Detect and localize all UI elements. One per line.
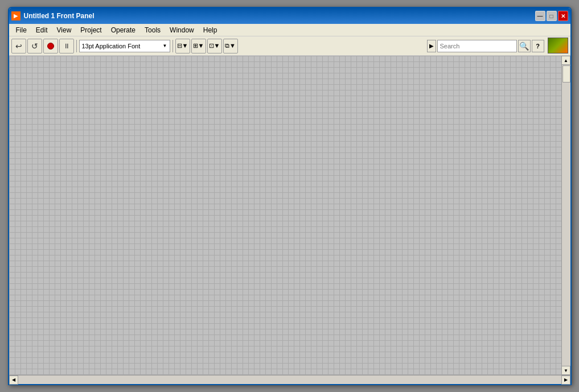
scroll-thumb-right[interactable] — [562, 65, 570, 82]
search-icon-button[interactable]: 🔍 — [518, 40, 531, 52]
search-input[interactable] — [440, 43, 514, 49]
resize-button[interactable]: ⊡▼ — [207, 39, 222, 53]
search-area: ▶ 🔍 ? — [427, 40, 544, 52]
toolbar: ↩ ↺ ⏸ 13pt Application Font ▼ ⊟▼ ⊞▼ ⊡▼ ⧉… — [9, 36, 570, 56]
menu-edit[interactable]: Edit — [31, 25, 52, 35]
title-bar-buttons: — □ ✕ — [535, 11, 568, 21]
font-dropdown-arrow: ▼ — [163, 43, 167, 48]
stop-button[interactable] — [43, 39, 58, 53]
scroll-down-button[interactable]: ▼ — [561, 366, 570, 375]
font-label: 13pt Application Font — [82, 43, 141, 49]
align-icon: ⊟▼ — [177, 42, 188, 49]
menu-project[interactable]: Project — [76, 25, 106, 35]
search-prev-button[interactable]: ▶ — [427, 40, 436, 52]
menu-file[interactable]: File — [11, 25, 31, 35]
window-icon: ▶ — [11, 11, 20, 20]
separator-1 — [76, 40, 77, 52]
window-title: Untitled 1 Front Panel — [24, 12, 95, 20]
run-button[interactable]: ↩ — [11, 39, 26, 53]
canvas-area[interactable] — [9, 56, 561, 375]
stop-icon — [47, 43, 54, 49]
reorder-button[interactable]: ⧉▼ — [223, 39, 238, 53]
menu-view[interactable]: View — [52, 25, 76, 35]
scroll-left-button[interactable]: ◀ — [9, 376, 18, 385]
search-box[interactable] — [437, 40, 517, 52]
canvas-grid — [9, 56, 561, 375]
close-button[interactable]: ✕ — [558, 11, 568, 21]
title-bar-left: ▶ Untitled 1 Front Panel — [11, 11, 95, 20]
reorder-icon: ⧉▼ — [225, 42, 236, 49]
menu-tools[interactable]: Tools — [140, 25, 165, 35]
separator-2 — [173, 40, 173, 52]
distribute-button[interactable]: ⊞▼ — [191, 39, 206, 53]
menu-operate[interactable]: Operate — [106, 25, 140, 35]
scroll-track-right[interactable] — [562, 65, 570, 366]
scroll-up-button[interactable]: ▲ — [561, 56, 570, 65]
font-dropdown[interactable]: 13pt Application Font ▼ — [79, 40, 170, 52]
run-continuously-button[interactable]: ↺ — [27, 39, 42, 53]
controls-palette-button[interactable] — [548, 38, 568, 53]
title-bar: ▶ Untitled 1 Front Panel — □ ✕ — [9, 8, 570, 24]
menu-bar: File Edit View Project Operate Tools Win… — [9, 24, 570, 36]
menu-help[interactable]: Help — [199, 25, 222, 35]
main-area: ▲ ▼ — [9, 56, 570, 375]
bottom-scrollbar: ◀ ▶ — [9, 375, 570, 384]
align-button[interactable]: ⊟▼ — [175, 39, 190, 53]
main-window: ▶ Untitled 1 Front Panel — □ ✕ File Edit… — [8, 7, 572, 385]
scrollbar-right: ▲ ▼ — [561, 56, 570, 375]
distribute-icon: ⊞▼ — [193, 42, 204, 49]
maximize-button[interactable]: □ — [547, 11, 557, 21]
scroll-right-button[interactable]: ▶ — [561, 376, 570, 385]
minimize-button[interactable]: — — [535, 11, 545, 21]
help-button[interactable]: ? — [532, 40, 544, 52]
search-icon: 🔍 — [519, 42, 529, 51]
resize-icon: ⊡▼ — [209, 42, 220, 49]
scroll-track-bottom[interactable] — [18, 376, 561, 384]
menu-window[interactable]: Window — [165, 25, 199, 35]
pause-button[interactable]: ⏸ — [59, 39, 74, 53]
